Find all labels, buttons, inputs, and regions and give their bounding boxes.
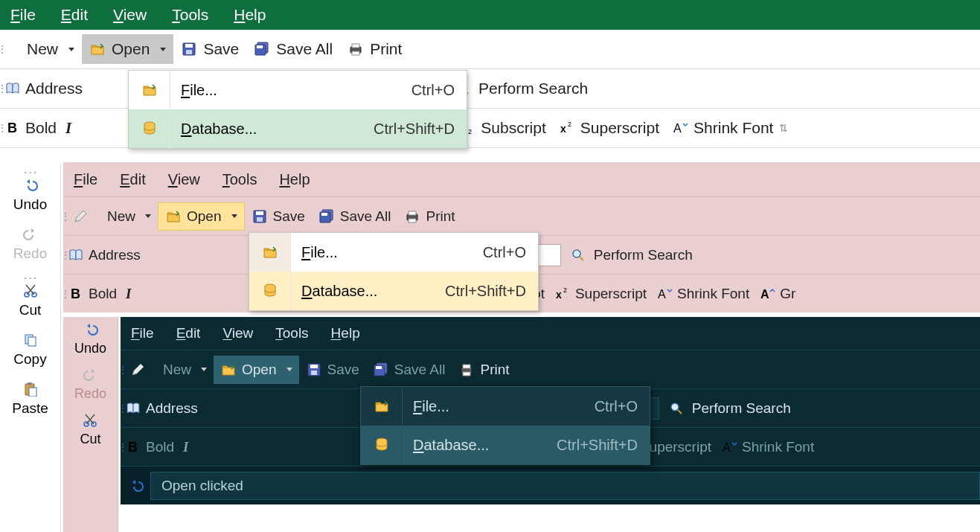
- shortcut-label: Ctrl+Shift+D: [374, 121, 467, 138]
- print-button[interactable]: Print: [340, 34, 409, 64]
- perform-search-button[interactable]: Perform Search: [594, 247, 693, 263]
- redo-button[interactable]: Redo: [0, 220, 60, 269]
- grip-handle[interactable]: [0, 39, 4, 59]
- open-button[interactable]: Open: [158, 202, 244, 231]
- new-button[interactable]: New: [100, 202, 158, 231]
- clipboard-paste-icon: [22, 381, 39, 397]
- grip-handle[interactable]: [0, 164, 60, 171]
- address-label: Address: [89, 247, 141, 263]
- cut-button[interactable]: Cut: [0, 277, 60, 326]
- menubar: File Edit View Tools Help: [63, 162, 980, 196]
- superscript-button[interactable]: Superscript: [580, 119, 659, 137]
- folder-open-icon: [141, 82, 158, 98]
- redo-icon: [22, 226, 39, 243]
- pencil-icon[interactable]: [129, 362, 146, 378]
- menu-file[interactable]: File: [131, 325, 154, 342]
- shrink-font-icon: [673, 120, 689, 136]
- menu-edit[interactable]: Edit: [176, 325, 201, 342]
- save-all-icon: [318, 208, 335, 225]
- grow-font-button-partial[interactable]: Gr: [780, 286, 795, 302]
- superscript-button[interactable]: Superscript: [640, 439, 711, 455]
- save-icon: [181, 41, 197, 57]
- folder-open-icon: [262, 244, 278, 260]
- italic-icon[interactable]: I: [65, 119, 71, 138]
- perform-search-button[interactable]: Perform Search: [692, 400, 791, 417]
- cut-button[interactable]: Cut: [80, 408, 100, 453]
- menu-item-open-database[interactable]: Database... Ctrl+Shift+D: [249, 272, 538, 310]
- spin-control[interactable]: ⇅: [779, 122, 788, 134]
- menu-item-open-file[interactable]: File... Ctrl+O: [361, 387, 650, 426]
- menu-edit[interactable]: Edit: [120, 171, 145, 188]
- grip-handle[interactable]: [121, 360, 125, 379]
- save-icon: [306, 362, 322, 378]
- toolbar-main: New Open Save Save All Print: [0, 30, 980, 69]
- open-dropdown-menu: File... Ctrl+O Database... Ctrl+Shift+D: [128, 70, 467, 149]
- menu-edit[interactable]: Edit: [61, 6, 88, 24]
- search-icon: [668, 400, 685, 417]
- undo-icon[interactable]: [128, 478, 144, 494]
- menu-view[interactable]: View: [168, 171, 200, 188]
- command-output[interactable]: Open clicked: [150, 472, 980, 500]
- shrink-font-icon: [722, 439, 738, 455]
- pencil-icon[interactable]: [72, 208, 89, 225]
- menu-view[interactable]: View: [113, 6, 147, 24]
- bold-button[interactable]: Bold: [146, 439, 174, 455]
- menu-item-open-database[interactable]: Database... Ctrl+Shift+D: [361, 426, 650, 464]
- menu-help[interactable]: Help: [234, 6, 266, 24]
- open-dropdown-menu: File... Ctrl+O Database... Ctrl+Shift+D: [249, 232, 539, 311]
- bold-button[interactable]: Bold: [25, 119, 57, 137]
- bold-button[interactable]: Bold: [89, 286, 117, 302]
- menu-tools[interactable]: Tools: [172, 6, 208, 24]
- print-button[interactable]: Print: [397, 202, 461, 231]
- new-button[interactable]: New: [156, 356, 214, 384]
- grip-handle[interactable]: [63, 207, 68, 226]
- save-all-button[interactable]: Save All: [246, 34, 340, 64]
- shrink-font-icon: [657, 286, 673, 302]
- address-book-icon: [68, 247, 84, 263]
- address-book-icon: [4, 80, 21, 97]
- menu-file[interactable]: File: [10, 6, 36, 24]
- save-button[interactable]: Save: [299, 356, 366, 384]
- save-all-button[interactable]: Save All: [366, 356, 452, 384]
- menu-item-open-file[interactable]: File... Ctrl+O: [249, 233, 538, 272]
- italic-icon[interactable]: I: [183, 439, 188, 455]
- menu-help[interactable]: Help: [331, 325, 360, 342]
- address-label: Address: [25, 80, 83, 97]
- redo-button[interactable]: Redo: [74, 362, 106, 408]
- undo-icon: [83, 321, 99, 338]
- copy-button[interactable]: Copy: [0, 326, 60, 375]
- redo-icon: [83, 367, 99, 383]
- open-button[interactable]: Open: [214, 356, 298, 384]
- shrink-font-button[interactable]: Shrink Font: [742, 439, 814, 455]
- menu-item-open-file[interactable]: File... Ctrl+O: [129, 71, 467, 109]
- menu-help[interactable]: Help: [279, 171, 310, 188]
- paste-button[interactable]: Paste: [0, 375, 60, 424]
- search-icon: [570, 247, 586, 263]
- save-button[interactable]: Save: [245, 202, 312, 231]
- shrink-font-button[interactable]: Shrink Font: [694, 119, 773, 137]
- bold-icon: [4, 120, 21, 136]
- grip-handle[interactable]: [0, 269, 60, 277]
- menu-tools[interactable]: Tools: [275, 325, 308, 342]
- menu-tools[interactable]: Tools: [222, 171, 257, 188]
- menu-view[interactable]: View: [222, 325, 253, 342]
- menu-file[interactable]: File: [74, 171, 97, 188]
- italic-icon[interactable]: I: [126, 286, 131, 302]
- shrink-font-button[interactable]: Shrink Font: [677, 286, 749, 302]
- menu-item-open-database[interactable]: Database... Ctrl+Shift+D: [129, 109, 467, 148]
- menubar: File Edit View Tools Help: [0, 0, 980, 30]
- open-button[interactable]: Open: [82, 34, 173, 64]
- undo-button[interactable]: Undo: [0, 171, 60, 220]
- save-all-button[interactable]: Save All: [312, 202, 398, 231]
- perform-search-button[interactable]: Perform Search: [478, 80, 588, 97]
- undo-button[interactable]: Undo: [74, 317, 106, 362]
- subscript-button[interactable]: Subscript: [481, 119, 546, 137]
- save-button[interactable]: Save: [173, 34, 246, 64]
- superscript-icon: [560, 120, 576, 136]
- scissors-icon: [82, 412, 98, 429]
- superscript-button[interactable]: Superscript: [575, 286, 647, 302]
- shortcut-label: Ctrl+O: [595, 398, 650, 415]
- print-button[interactable]: Print: [452, 356, 516, 384]
- toolbar-main: New Open Save Save All Print: [121, 350, 980, 388]
- new-button[interactable]: New: [19, 34, 82, 64]
